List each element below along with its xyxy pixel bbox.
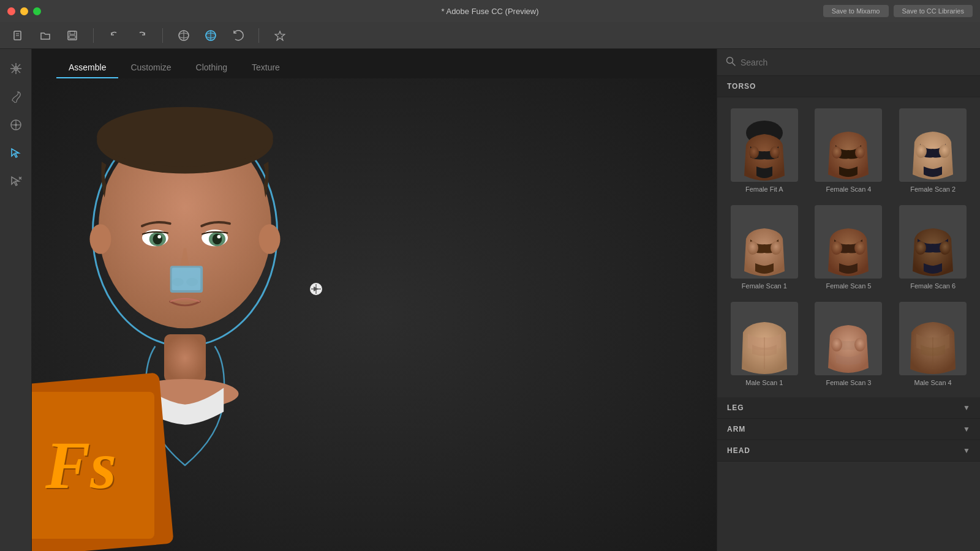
close-button[interactable] [7,7,15,15]
svg-point-40 [213,234,222,245]
open-icon[interactable] [37,27,54,44]
right-scroll[interactable]: TORSO [717,76,980,551]
addpart-sidebar-icon[interactable] [6,171,26,191]
torso-label-male-scan-1: Male Scan 1 [745,379,783,386]
torso-thumb-female-scan-1 [731,205,798,279]
tab-customize[interactable]: Customize [118,58,183,78]
search-icon [726,56,736,68]
leg-chevron: ▼ [963,403,970,412]
svg-point-53 [770,146,780,159]
torso-label-female-fit-a: Female Fit A [745,186,783,193]
torso-label-female-scan-3: Female Scan 3 [826,379,872,386]
head-label: HEAD [727,446,750,455]
tab-clothing[interactable]: Clothing [184,58,239,78]
svg-marker-12 [275,31,285,40]
paint-sidebar-icon[interactable] [6,87,26,107]
svg-rect-27 [164,334,206,382]
svg-point-62 [915,241,926,255]
rotate3d-icon[interactable] [229,27,246,44]
svg-point-32 [89,224,111,254]
bottom-sections: LEG ▼ ARM ▼ HEAD ▼ [717,397,980,462]
window-controls [7,7,41,15]
torso-thumb-female-scan-3 [815,302,882,375]
torso-thumb-female-scan-2 [899,108,967,182]
head-section-header[interactable]: HEAD ▼ [717,440,980,462]
move-sidebar-icon[interactable] [6,115,26,135]
svg-point-57 [939,144,950,158]
arm-section-header[interactable]: ARM ▼ [717,419,980,440]
tab-texture[interactable]: Texture [239,58,292,78]
torso-item-female-scan-3[interactable]: Female Scan 3 [809,298,889,390]
torso-thumb-female-scan-4 [815,108,882,182]
undo-icon[interactable] [106,27,123,44]
svg-point-58 [747,241,758,255]
svg-rect-45 [172,268,201,290]
nav-tabs: Assemble Customize Clothing Texture [32,49,717,78]
torso-item-female-fit-a[interactable]: Female Fit A [725,105,804,197]
torso-section-header[interactable]: TORSO [717,76,980,97]
svg-point-31 [97,107,273,167]
svg-point-55 [855,146,865,159]
leg-label: LEG [727,403,744,412]
main-layout: Assemble Customize Clothing Texture [0,49,980,551]
svg-point-56 [916,144,927,158]
transform-sidebar-icon[interactable] [6,59,26,78]
torso-item-male-scan-1[interactable]: Male Scan 1 [725,298,804,390]
torso-label: TORSO [727,82,756,91]
arm-chevron: ▼ [963,425,970,433]
torso-label-female-scan-4: Female Scan 4 [826,186,872,193]
select-sidebar-icon[interactable] [6,143,26,163]
torso-item-female-scan-5[interactable]: Female Scan 5 [809,201,889,293]
right-panel: TORSO [717,49,980,551]
torso-thumb-male-scan-4 [899,302,967,375]
torso-thumb-female-fit-a [731,108,798,182]
new-icon[interactable] [10,27,27,44]
maximize-button[interactable] [33,7,41,15]
torso-label-female-scan-2: Female Scan 2 [910,186,956,193]
separator-3 [258,28,259,43]
svg-point-52 [749,146,759,159]
save-mixamo-button[interactable]: Save to Mixamo [823,5,889,17]
window-title: * Adobe Fuse CC (Preview) [442,7,539,16]
torso-item-male-scan-4[interactable]: Male Scan 4 [893,298,973,390]
svg-point-63 [940,241,951,255]
svg-line-16 [12,64,14,67]
svg-line-17 [18,64,20,67]
svg-point-60 [831,241,842,255]
left-sidebar [0,49,32,551]
torso-thumb-female-scan-5 [815,205,882,279]
torso-label-female-scan-1: Female Scan 1 [742,282,787,290]
svg-point-37 [157,235,161,239]
torso-item-female-scan-2[interactable]: Female Scan 2 [893,105,973,197]
svg-point-61 [854,241,865,255]
svg-point-66 [854,338,865,351]
minimize-button[interactable] [20,7,28,15]
search-bar [717,49,980,76]
svg-line-19 [18,70,20,73]
redo-icon[interactable] [133,27,150,44]
save-cc-button[interactable]: Save to CC Libraries [894,5,973,17]
head-chevron: ▼ [963,446,970,455]
torso-item-female-scan-1[interactable]: Female Scan 1 [725,201,804,293]
titlebar: * Adobe Fuse CC (Preview) Save to Mixamo… [0,0,980,22]
tab-assemble[interactable]: Assemble [56,58,118,78]
leg-section-header[interactable]: LEG ▼ [717,397,980,419]
torso-thumb-male-scan-1 [731,302,798,375]
svg-line-50 [733,63,736,66]
torso-label-female-scan-6: Female Scan 6 [910,282,956,290]
torso-item-female-scan-6[interactable]: Female Scan 6 [893,201,973,293]
select3d-icon[interactable] [202,27,219,44]
search-input[interactable] [741,58,971,67]
separator-2 [162,28,163,43]
svg-rect-5 [69,36,75,39]
svg-point-54 [832,146,842,159]
torso-thumb-female-scan-6 [899,205,967,279]
save-icon[interactable] [64,27,81,44]
viewport[interactable]: Assemble Customize Clothing Texture [32,49,717,551]
svg-point-23 [15,124,17,126]
svg-point-65 [831,338,842,351]
torso-item-female-scan-4[interactable]: Female Scan 4 [809,105,889,197]
favorite-icon[interactable] [271,27,288,44]
body3d-icon[interactable] [175,27,192,44]
torso-grid: Female Fit A [717,97,980,397]
